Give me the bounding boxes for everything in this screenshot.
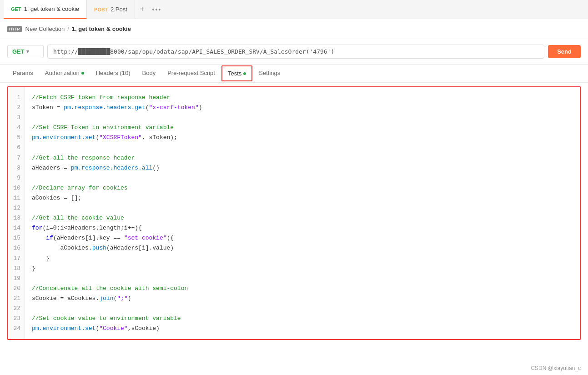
- code-line-17: }: [32, 254, 573, 264]
- tab-settings-label: Settings: [259, 70, 280, 76]
- tab-prerequest-label: Pre-request Script: [167, 70, 215, 76]
- code-line-19: [32, 274, 573, 284]
- tab-prerequest[interactable]: Pre-request Script: [162, 66, 221, 81]
- tab-headers-label: Headers (10): [96, 70, 131, 76]
- breadcrumb: HTTP New Collection / 1. get token & coo…: [0, 19, 588, 39]
- breadcrumb-collection[interactable]: New Collection: [25, 25, 65, 32]
- code-line-6: [32, 143, 573, 153]
- tab-bar: GET 1. get token & cookie POST 2.Post + …: [0, 0, 588, 19]
- code-line-24: pm.environment.set("Cookie",sCookie): [32, 324, 573, 334]
- code-line-11: aCookies = [];: [32, 193, 573, 203]
- tab-label-1: 1. get token & cookie: [24, 5, 79, 12]
- code-line-8: aHeaders = pm.response.headers.all(): [32, 163, 573, 173]
- code-line-5: pm.environment.set("XCSRFToken", sToken)…: [32, 133, 573, 143]
- chevron-down-icon: ▾: [26, 49, 29, 55]
- code-line-4: //Set CSRF Token in environment variable: [32, 123, 573, 133]
- breadcrumb-current: 1. get token & cookie: [72, 25, 131, 32]
- method-select[interactable]: GET ▾: [7, 45, 44, 58]
- tests-dot: [243, 72, 246, 75]
- code-editor[interactable]: 1 2 3 4 5 6 7 8 9 10 11 12 13 14 15 16 1…: [7, 86, 581, 340]
- code-line-20: //Concatenate all the cookie with semi-c…: [32, 284, 573, 294]
- request-tabs: Params Authorization Headers (10) Body P…: [0, 65, 588, 83]
- tab-get-token[interactable]: GET 1. get token & cookie: [4, 0, 87, 19]
- tab-tests[interactable]: Tests: [221, 65, 252, 81]
- code-line-16: aCookies.push(aHeaders[i].value): [32, 243, 573, 253]
- breadcrumb-separator: /: [67, 25, 69, 32]
- send-button[interactable]: Send: [548, 45, 581, 58]
- code-line-1: //Fetch CSRF token from response header: [32, 93, 573, 103]
- code-line-22: [32, 304, 573, 314]
- code-content[interactable]: //Fetch CSRF token from response header …: [25, 87, 580, 339]
- code-line-2: sToken = pm.response.headers.get("x-csrf…: [32, 103, 573, 113]
- new-tab-button[interactable]: +: [135, 0, 150, 19]
- tab-params[interactable]: Params: [7, 66, 39, 81]
- code-line-23: //Set cookie value to environment variab…: [32, 314, 573, 324]
- authorization-dot: [81, 72, 84, 75]
- url-bar: GET ▾ Send: [0, 39, 588, 65]
- tab-body[interactable]: Body: [137, 66, 161, 81]
- more-tabs-button[interactable]: •••: [150, 0, 164, 19]
- code-line-7: //Get all the response header: [32, 153, 573, 163]
- footer-label: CSDN @xiayutian_c: [531, 365, 581, 371]
- tab-headers[interactable]: Headers (10): [90, 66, 136, 81]
- code-line-3: [32, 113, 573, 123]
- tab-authorization[interactable]: Authorization: [40, 66, 90, 81]
- tab-authorization-label: Authorization: [45, 70, 80, 76]
- url-input[interactable]: [47, 45, 544, 59]
- code-line-9: [32, 173, 573, 183]
- tab-settings[interactable]: Settings: [253, 66, 286, 81]
- line-numbers: 1 2 3 4 5 6 7 8 9 10 11 12 13 14 15 16 1…: [8, 87, 25, 339]
- tab-label-2: 2.Post: [111, 6, 127, 13]
- code-line-21: sCookie = aCookies.join(";"): [32, 294, 573, 304]
- code-line-15: if(aHeaders[i].key == "set-cookie"){: [32, 233, 573, 243]
- code-line-13: //Get all the cookie value: [32, 213, 573, 223]
- tab-post[interactable]: POST 2.Post: [87, 0, 135, 19]
- code-line-18: }: [32, 264, 573, 274]
- method-label: GET: [12, 48, 25, 55]
- code-line-14: for(i=0;i<aHeaders.length;i++){: [32, 223, 573, 233]
- code-line-12: [32, 203, 573, 213]
- tab-body-label: Body: [142, 70, 156, 76]
- footer: CSDN @xiayutian_c: [523, 361, 588, 375]
- tab-method-get: GET: [11, 6, 21, 12]
- tab-params-label: Params: [13, 70, 33, 76]
- code-line-10: //Declare array for cookies: [32, 183, 573, 193]
- http-icon: HTTP: [7, 26, 22, 32]
- tab-method-post: POST: [94, 7, 108, 12]
- tab-tests-label: Tests: [228, 70, 241, 77]
